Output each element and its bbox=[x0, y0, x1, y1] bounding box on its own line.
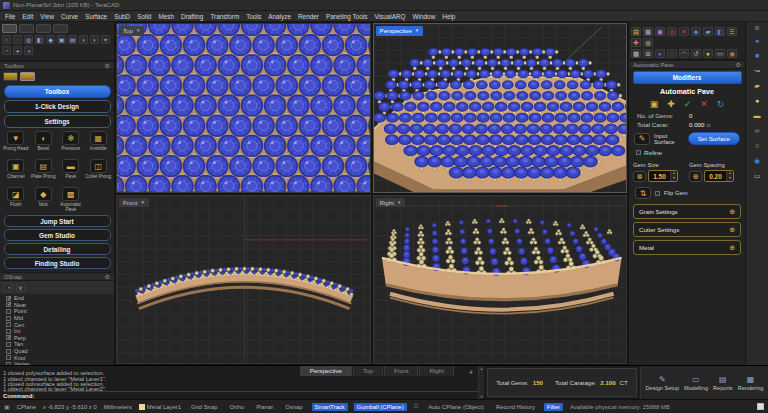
menu-item[interactable]: Mesh bbox=[158, 13, 174, 20]
checkbox[interactable] bbox=[6, 302, 11, 307]
briefcase-tab-icon[interactable] bbox=[20, 72, 35, 81]
toolbox-button[interactable]: Toolbox bbox=[4, 85, 111, 98]
viewport-tab[interactable]: Perspective bbox=[300, 366, 352, 376]
gem-spacing-value[interactable]: 0.20 bbox=[705, 171, 726, 181]
toolbar-icon[interactable]: ◌ bbox=[667, 49, 677, 58]
workflow-button[interactable]: ▭ Modelling bbox=[684, 375, 708, 391]
settings-button[interactable]: Settings bbox=[4, 115, 111, 128]
toolbar-tab-icon[interactable] bbox=[2, 24, 17, 33]
ring-tool-icon[interactable]: ◖ bbox=[79, 35, 88, 44]
down-arrow-icon[interactable]: ▼ bbox=[671, 176, 677, 181]
viewport-front[interactable]: Front▼ bbox=[116, 195, 371, 365]
workflow-button[interactable]: ✎ Design Setup bbox=[646, 375, 680, 391]
toolbar-icon[interactable]: ◆ bbox=[691, 27, 701, 36]
checkbox[interactable] bbox=[6, 355, 11, 360]
expand-plus-icon[interactable]: ⊕ bbox=[729, 208, 735, 216]
menu-item[interactable]: VisualARQ bbox=[374, 13, 405, 20]
set-surface-button[interactable]: Set Surface bbox=[688, 132, 740, 145]
viewport-top[interactable]: Top▼ bbox=[116, 23, 371, 193]
menu-item[interactable]: Drafting bbox=[181, 13, 203, 20]
toolbar-tab-icon[interactable] bbox=[19, 24, 34, 33]
notification-icon[interactable]: ▣ bbox=[4, 403, 10, 410]
checkbox[interactable] bbox=[6, 329, 11, 334]
menu-item[interactable]: Help bbox=[442, 13, 455, 20]
osnap-option[interactable]: Cen bbox=[0, 321, 114, 328]
setting-type-button[interactable]: ◖ Bezel bbox=[30, 131, 58, 157]
workflow-button[interactable]: ▦ Rendering bbox=[738, 375, 764, 391]
menu-item[interactable]: Solid bbox=[137, 13, 151, 20]
setting-type-button[interactable]: ◆ Nick bbox=[30, 187, 58, 213]
strip-icon[interactable]: ● bbox=[755, 97, 759, 105]
viewport-right-label[interactable]: Right▼ bbox=[376, 198, 406, 208]
toolbar-tab-icon[interactable] bbox=[53, 24, 68, 33]
toolbar-icon[interactable]: ▰ bbox=[703, 27, 713, 36]
osnap-mode-icon[interactable]: ◔ bbox=[4, 283, 13, 292]
ring-tool-icon[interactable]: ◔ bbox=[2, 46, 11, 55]
gear-icon[interactable]: ⚙ bbox=[754, 24, 759, 31]
viewport-perspective-label[interactable]: Perspective▼ bbox=[376, 26, 424, 36]
toolbar-icon[interactable]: ◠ bbox=[679, 49, 689, 58]
checkbox[interactable] bbox=[6, 322, 11, 327]
gear-icon[interactable]: ⚙ bbox=[105, 273, 110, 280]
setting-type-button[interactable]: ◫ Collet Prong bbox=[85, 159, 113, 185]
collapsible-section[interactable]: Grain Settings ⊕ bbox=[633, 204, 741, 219]
studio-nav-button[interactable]: Gem Studio bbox=[4, 229, 111, 241]
menu-item[interactable]: Window bbox=[413, 13, 436, 20]
status-toggle[interactable]: Gumball (CPlane) bbox=[354, 403, 407, 411]
viewport-perspective[interactable]: Perspective▼ bbox=[373, 23, 628, 193]
ring-tool-icon[interactable]: ◧ bbox=[35, 35, 44, 44]
ring-tool-icon[interactable]: ○ bbox=[2, 35, 11, 44]
setting-type-button[interactable]: ▤ Plate Prong bbox=[30, 159, 58, 185]
collapsible-section[interactable]: Cutter Settings ⊕ bbox=[633, 222, 741, 237]
status-toggle[interactable]: Ortho bbox=[226, 403, 247, 411]
osnap-option[interactable]: Knot bbox=[0, 354, 114, 361]
gear-icon[interactable]: ⚙ bbox=[736, 61, 741, 68]
toolbar-icon[interactable]: ◎ bbox=[667, 27, 677, 36]
menu-item[interactable]: View bbox=[40, 13, 54, 20]
setting-type-button[interactable]: ▼ Prong Head bbox=[2, 131, 30, 157]
expand-plus-icon[interactable]: ⊕ bbox=[729, 226, 735, 234]
console-scrollbar[interactable]: ▲▼ bbox=[478, 366, 484, 399]
one-click-design-button[interactable]: 1-Click Design bbox=[4, 100, 111, 113]
pave-action-icon[interactable]: ✕ bbox=[700, 99, 708, 109]
pencil-icon[interactable]: ✎ bbox=[634, 133, 650, 145]
stepper-arrows[interactable]: ▲▼ bbox=[670, 171, 677, 181]
setting-type-button[interactable]: ▦ Invisible bbox=[85, 131, 113, 157]
gear-icon[interactable]: ⚙ bbox=[105, 62, 110, 69]
ring-tool-icon[interactable]: ▤ bbox=[68, 35, 77, 44]
ring-tool-icon[interactable]: ◑ bbox=[24, 46, 33, 55]
folder-tab-icon[interactable] bbox=[3, 72, 18, 81]
modifiers-button[interactable]: Modifiers bbox=[633, 71, 742, 84]
viewport-tab[interactable]: Top bbox=[353, 366, 383, 376]
checkbox[interactable] bbox=[6, 349, 11, 354]
workflow-button[interactable]: ▤ Reports bbox=[713, 375, 733, 391]
pave-action-icon[interactable]: ✓ bbox=[684, 99, 692, 109]
expand-plus-icon[interactable]: ⊕ bbox=[729, 244, 735, 252]
setting-type-button[interactable]: ◪ Flush bbox=[2, 187, 30, 213]
ring-tool-icon[interactable]: ✦ bbox=[101, 35, 110, 44]
osnap-option[interactable]: Near bbox=[0, 302, 114, 309]
checkbox[interactable] bbox=[6, 316, 11, 321]
menu-item[interactable]: Tools bbox=[246, 13, 261, 20]
command-prompt[interactable]: Command: bbox=[3, 391, 478, 399]
viewport-top-label[interactable]: Top▼ bbox=[119, 26, 144, 36]
strip-icon[interactable]: ▭ bbox=[754, 172, 761, 180]
strip-icon[interactable]: ○ bbox=[755, 142, 759, 150]
current-layer[interactable]: Metal Layer1 bbox=[139, 404, 181, 410]
toolbar-icon[interactable]: ● bbox=[703, 49, 713, 58]
setting-type-button[interactable]: ✻ Pressure bbox=[57, 131, 85, 157]
toolbar-icon[interactable]: ◉ bbox=[727, 49, 737, 58]
add-viewport-tab[interactable]: + bbox=[464, 369, 478, 376]
down-arrow-icon[interactable]: ▼ bbox=[727, 176, 733, 181]
checkbox[interactable] bbox=[6, 296, 11, 301]
gem-size-stepper[interactable]: 1.50 ▲▼ bbox=[648, 170, 678, 182]
cplane-button[interactable]: CPlane bbox=[17, 404, 36, 410]
toolbar-icon[interactable]: ▣ bbox=[655, 27, 665, 36]
gem-spacing-stepper[interactable]: 0.20 ▲▼ bbox=[704, 170, 734, 182]
osnap-filter-icon[interactable]: ⋎ bbox=[16, 283, 25, 292]
osnap-option[interactable]: Perp bbox=[0, 335, 114, 342]
menu-item[interactable]: Transform bbox=[210, 13, 239, 20]
setting-type-button[interactable]: ▩ Automatic Pavé bbox=[57, 187, 85, 213]
checkbox[interactable] bbox=[6, 335, 11, 340]
osnap-option[interactable]: Vertex bbox=[0, 361, 114, 365]
